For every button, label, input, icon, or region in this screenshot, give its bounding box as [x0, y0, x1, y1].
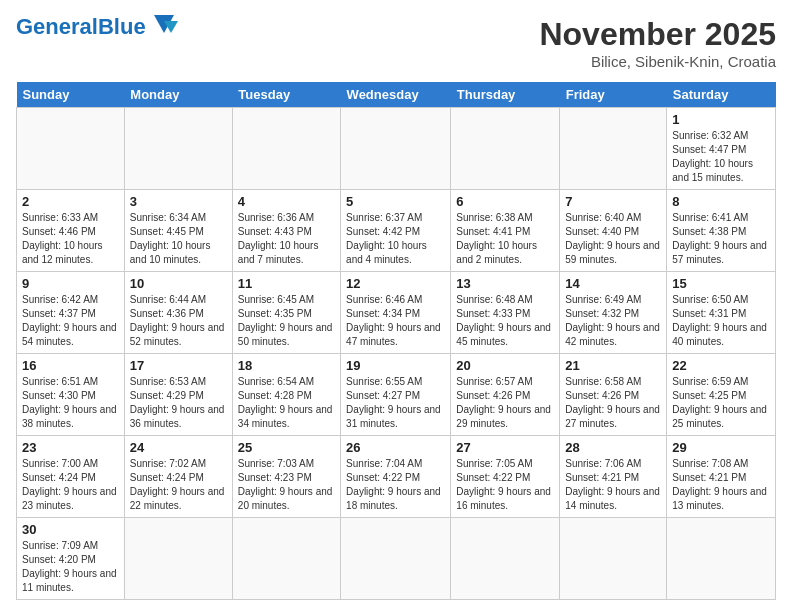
calendar-header-row: SundayMondayTuesdayWednesdayThursdayFrid… — [17, 82, 776, 108]
logo-blue: Blue — [98, 14, 146, 39]
day-number: 18 — [238, 358, 335, 373]
col-header-saturday: Saturday — [667, 82, 776, 108]
day-info: Sunrise: 7:05 AM Sunset: 4:22 PM Dayligh… — [456, 457, 554, 513]
logo-icon — [150, 15, 178, 37]
day-info: Sunrise: 6:36 AM Sunset: 4:43 PM Dayligh… — [238, 211, 335, 267]
calendar-cell: 24Sunrise: 7:02 AM Sunset: 4:24 PM Dayli… — [124, 436, 232, 518]
calendar-cell: 22Sunrise: 6:59 AM Sunset: 4:25 PM Dayli… — [667, 354, 776, 436]
calendar-cell — [124, 518, 232, 600]
calendar-cell: 5Sunrise: 6:37 AM Sunset: 4:42 PM Daylig… — [341, 190, 451, 272]
day-number: 21 — [565, 358, 661, 373]
title-block: November 2025 Bilice, Sibenik-Knin, Croa… — [539, 16, 776, 70]
calendar-cell: 4Sunrise: 6:36 AM Sunset: 4:43 PM Daylig… — [232, 190, 340, 272]
day-info: Sunrise: 7:08 AM Sunset: 4:21 PM Dayligh… — [672, 457, 770, 513]
day-info: Sunrise: 7:09 AM Sunset: 4:20 PM Dayligh… — [22, 539, 119, 595]
day-number: 12 — [346, 276, 445, 291]
day-number: 7 — [565, 194, 661, 209]
day-number: 16 — [22, 358, 119, 373]
calendar-cell: 27Sunrise: 7:05 AM Sunset: 4:22 PM Dayli… — [451, 436, 560, 518]
day-info: Sunrise: 6:51 AM Sunset: 4:30 PM Dayligh… — [22, 375, 119, 431]
day-info: Sunrise: 6:49 AM Sunset: 4:32 PM Dayligh… — [565, 293, 661, 349]
calendar-cell: 11Sunrise: 6:45 AM Sunset: 4:35 PM Dayli… — [232, 272, 340, 354]
day-info: Sunrise: 6:48 AM Sunset: 4:33 PM Dayligh… — [456, 293, 554, 349]
day-number: 2 — [22, 194, 119, 209]
day-info: Sunrise: 6:44 AM Sunset: 4:36 PM Dayligh… — [130, 293, 227, 349]
calendar-cell — [451, 518, 560, 600]
calendar-cell: 25Sunrise: 7:03 AM Sunset: 4:23 PM Dayli… — [232, 436, 340, 518]
calendar-cell: 8Sunrise: 6:41 AM Sunset: 4:38 PM Daylig… — [667, 190, 776, 272]
calendar-cell: 28Sunrise: 7:06 AM Sunset: 4:21 PM Dayli… — [560, 436, 667, 518]
calendar-cell — [341, 108, 451, 190]
calendar-cell — [341, 518, 451, 600]
calendar-week-0: 1Sunrise: 6:32 AM Sunset: 4:47 PM Daylig… — [17, 108, 776, 190]
day-info: Sunrise: 6:53 AM Sunset: 4:29 PM Dayligh… — [130, 375, 227, 431]
day-info: Sunrise: 6:37 AM Sunset: 4:42 PM Dayligh… — [346, 211, 445, 267]
day-info: Sunrise: 6:45 AM Sunset: 4:35 PM Dayligh… — [238, 293, 335, 349]
calendar-table: SundayMondayTuesdayWednesdayThursdayFrid… — [16, 82, 776, 600]
calendar-cell: 13Sunrise: 6:48 AM Sunset: 4:33 PM Dayli… — [451, 272, 560, 354]
day-number: 8 — [672, 194, 770, 209]
calendar-week-3: 16Sunrise: 6:51 AM Sunset: 4:30 PM Dayli… — [17, 354, 776, 436]
calendar-cell: 17Sunrise: 6:53 AM Sunset: 4:29 PM Dayli… — [124, 354, 232, 436]
day-number: 30 — [22, 522, 119, 537]
calendar-cell: 14Sunrise: 6:49 AM Sunset: 4:32 PM Dayli… — [560, 272, 667, 354]
calendar-week-2: 9Sunrise: 6:42 AM Sunset: 4:37 PM Daylig… — [17, 272, 776, 354]
col-header-thursday: Thursday — [451, 82, 560, 108]
day-number: 22 — [672, 358, 770, 373]
day-info: Sunrise: 6:42 AM Sunset: 4:37 PM Dayligh… — [22, 293, 119, 349]
col-header-monday: Monday — [124, 82, 232, 108]
logo: GeneralBlue — [16, 16, 178, 38]
day-info: Sunrise: 6:33 AM Sunset: 4:46 PM Dayligh… — [22, 211, 119, 267]
day-number: 27 — [456, 440, 554, 455]
month-year-title: November 2025 — [539, 16, 776, 53]
calendar-cell: 16Sunrise: 6:51 AM Sunset: 4:30 PM Dayli… — [17, 354, 125, 436]
calendar-cell: 23Sunrise: 7:00 AM Sunset: 4:24 PM Dayli… — [17, 436, 125, 518]
calendar-cell — [232, 108, 340, 190]
day-number: 23 — [22, 440, 119, 455]
day-info: Sunrise: 6:34 AM Sunset: 4:45 PM Dayligh… — [130, 211, 227, 267]
day-number: 11 — [238, 276, 335, 291]
col-header-tuesday: Tuesday — [232, 82, 340, 108]
day-info: Sunrise: 6:55 AM Sunset: 4:27 PM Dayligh… — [346, 375, 445, 431]
calendar-cell: 3Sunrise: 6:34 AM Sunset: 4:45 PM Daylig… — [124, 190, 232, 272]
day-number: 4 — [238, 194, 335, 209]
day-number: 14 — [565, 276, 661, 291]
day-number: 28 — [565, 440, 661, 455]
calendar-cell: 12Sunrise: 6:46 AM Sunset: 4:34 PM Dayli… — [341, 272, 451, 354]
day-number: 26 — [346, 440, 445, 455]
day-number: 15 — [672, 276, 770, 291]
day-info: Sunrise: 6:38 AM Sunset: 4:41 PM Dayligh… — [456, 211, 554, 267]
calendar-cell: 7Sunrise: 6:40 AM Sunset: 4:40 PM Daylig… — [560, 190, 667, 272]
day-number: 20 — [456, 358, 554, 373]
day-number: 1 — [672, 112, 770, 127]
col-header-sunday: Sunday — [17, 82, 125, 108]
calendar-cell: 1Sunrise: 6:32 AM Sunset: 4:47 PM Daylig… — [667, 108, 776, 190]
day-number: 6 — [456, 194, 554, 209]
day-number: 29 — [672, 440, 770, 455]
day-info: Sunrise: 6:46 AM Sunset: 4:34 PM Dayligh… — [346, 293, 445, 349]
col-header-wednesday: Wednesday — [341, 82, 451, 108]
day-info: Sunrise: 6:32 AM Sunset: 4:47 PM Dayligh… — [672, 129, 770, 185]
day-info: Sunrise: 6:57 AM Sunset: 4:26 PM Dayligh… — [456, 375, 554, 431]
calendar-cell: 26Sunrise: 7:04 AM Sunset: 4:22 PM Dayli… — [341, 436, 451, 518]
day-info: Sunrise: 6:40 AM Sunset: 4:40 PM Dayligh… — [565, 211, 661, 267]
calendar-week-4: 23Sunrise: 7:00 AM Sunset: 4:24 PM Dayli… — [17, 436, 776, 518]
day-number: 17 — [130, 358, 227, 373]
calendar-week-5: 30Sunrise: 7:09 AM Sunset: 4:20 PM Dayli… — [17, 518, 776, 600]
calendar-week-1: 2Sunrise: 6:33 AM Sunset: 4:46 PM Daylig… — [17, 190, 776, 272]
logo-general: General — [16, 14, 98, 39]
day-number: 3 — [130, 194, 227, 209]
day-info: Sunrise: 6:41 AM Sunset: 4:38 PM Dayligh… — [672, 211, 770, 267]
day-number: 13 — [456, 276, 554, 291]
col-header-friday: Friday — [560, 82, 667, 108]
day-info: Sunrise: 6:50 AM Sunset: 4:31 PM Dayligh… — [672, 293, 770, 349]
calendar-cell — [560, 518, 667, 600]
calendar-cell: 2Sunrise: 6:33 AM Sunset: 4:46 PM Daylig… — [17, 190, 125, 272]
day-info: Sunrise: 6:58 AM Sunset: 4:26 PM Dayligh… — [565, 375, 661, 431]
day-number: 9 — [22, 276, 119, 291]
day-info: Sunrise: 7:06 AM Sunset: 4:21 PM Dayligh… — [565, 457, 661, 513]
day-number: 19 — [346, 358, 445, 373]
calendar-cell: 30Sunrise: 7:09 AM Sunset: 4:20 PM Dayli… — [17, 518, 125, 600]
day-number: 25 — [238, 440, 335, 455]
day-number: 5 — [346, 194, 445, 209]
